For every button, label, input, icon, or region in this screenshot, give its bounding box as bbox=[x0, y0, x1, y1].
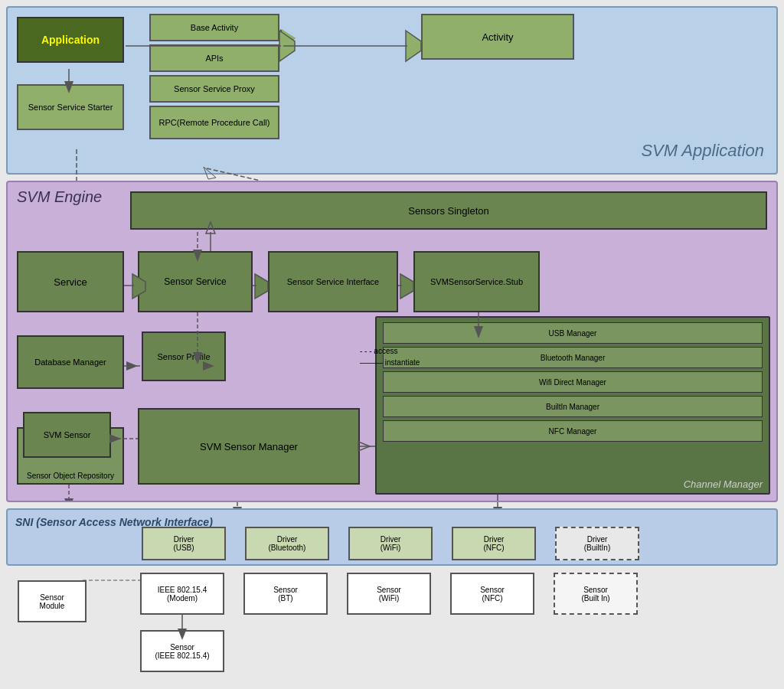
main-container: SVM Application Application Sensor Servi… bbox=[0, 0, 784, 689]
bluetooth-manager-label: Bluetooth Manager bbox=[541, 354, 606, 362]
sensor-ieee-label: Sensor(IEEE 802.15.4) bbox=[155, 643, 209, 660]
svm-engine-label: SVM Engine bbox=[17, 188, 102, 206]
driver-builtin-box: Driver(BuiltIn) bbox=[555, 527, 639, 560]
application-label: Application bbox=[41, 34, 100, 46]
sensor-object-repo-label: Sensor Object Repository bbox=[27, 472, 114, 480]
svm-sensor-label: SVM Sensor bbox=[44, 430, 91, 439]
sensor-service-starter-box: Sensor Service Starter bbox=[17, 84, 124, 130]
driver-nfc-label: Driver(NFC) bbox=[483, 535, 504, 552]
sensors-singleton-box: Sensors Singleton bbox=[130, 191, 767, 230]
driver-wifi-box: Driver(WiFi) bbox=[348, 527, 433, 560]
wifi-direct-manager-label: Wifi Direct Manager bbox=[539, 378, 606, 387]
apis-box: APIs bbox=[149, 44, 279, 72]
driver-builtin-label: Driver(BuiltIn) bbox=[584, 535, 610, 552]
svm-sensor-box: SVM Sensor bbox=[23, 412, 111, 458]
svm-engine-layer: SVM Engine Sensors Singleton Service Sen… bbox=[6, 181, 778, 502]
usb-manager-box: USB Manager bbox=[383, 322, 763, 344]
svm-sensor-manager-label: SVM Sensor Manager bbox=[200, 441, 298, 452]
sensor-bottom-area: SensorModule IEEE 802.15.4(Modem) Sensor… bbox=[6, 573, 778, 684]
driver-usb-box: Driver(USB) bbox=[142, 527, 226, 560]
database-manager-label: Database Manager bbox=[34, 358, 106, 367]
rpc-box: RPC(Remote Procedure Call) bbox=[149, 106, 279, 139]
sensor-module-label: SensorModule bbox=[40, 593, 65, 610]
sni-layer: SNI (Sensor Access Network Interface) Dr… bbox=[6, 508, 778, 566]
driver-usb-label: Driver(USB) bbox=[173, 535, 194, 552]
svg-marker-2 bbox=[406, 31, 421, 61]
sensor-bt-box: Sensor(BT) bbox=[243, 573, 328, 615]
driver-nfc-box: Driver(NFC) bbox=[452, 527, 536, 560]
svm-sensor-stub-box: SVMSensorService.Stub bbox=[413, 251, 540, 312]
svg-marker-7 bbox=[255, 274, 268, 299]
svm-sensor-manager-box: SVM Sensor Manager bbox=[138, 408, 360, 485]
base-activity-label: Base Activity bbox=[191, 23, 238, 32]
sensor-bt-label: Sensor(BT) bbox=[273, 586, 298, 602]
sensor-wifi-box: Sensor(WiFi) bbox=[347, 573, 431, 615]
legend: - - - access ——— instantiate bbox=[360, 347, 420, 367]
svm-application-layer: SVM Application Application Sensor Servi… bbox=[6, 6, 778, 175]
rpc-label: RPC(Remote Procedure Call) bbox=[159, 118, 270, 127]
ieee-modem-box: IEEE 802.15.4(Modem) bbox=[140, 573, 224, 615]
sensor-builtin-label: Sensor(Built In) bbox=[581, 586, 609, 602]
sensor-service-proxy-label: Sensor Service Proxy bbox=[174, 84, 255, 93]
sensor-service-label: Sensor Service bbox=[164, 276, 226, 287]
activity-label: Activity bbox=[482, 31, 513, 43]
nfc-manager-label: NFC Manager bbox=[549, 427, 597, 436]
sensor-ieee-box: Sensor(IEEE 802.15.4) bbox=[140, 630, 224, 672]
channel-manager-box: USB Manager Bluetooth Manager Wifi Direc… bbox=[375, 316, 770, 495]
svg-marker-22 bbox=[126, 361, 138, 371]
sensor-nfc-box: Sensor(NFC) bbox=[450, 573, 534, 615]
service-label: Service bbox=[54, 276, 87, 288]
arrow-tip-mid bbox=[282, 29, 296, 47]
activity-box: Activity bbox=[421, 14, 574, 60]
sensor-service-interface-box: Sensor Service Interface bbox=[268, 251, 398, 312]
database-manager-box: Database Manager bbox=[17, 335, 124, 389]
base-activity-box: Base Activity bbox=[149, 14, 279, 41]
driver-bluetooth-box: Driver(Bluetooth) bbox=[245, 527, 329, 560]
legend-solid: ——— instantiate bbox=[360, 358, 420, 367]
builtin-manager-label: BuiltIn Manager bbox=[546, 403, 599, 411]
ieee-modem-label: IEEE 802.15.4(Modem) bbox=[158, 586, 207, 602]
sensors-singleton-label: Sensors Singleton bbox=[408, 205, 489, 217]
bluetooth-manager-box: Bluetooth Manager bbox=[383, 347, 763, 368]
nfc-manager-box: NFC Manager bbox=[383, 420, 763, 442]
svg-marker-28 bbox=[64, 498, 74, 501]
svm-sensor-stub-label: SVMSensorService.Stub bbox=[430, 277, 523, 286]
sensor-builtin-box: Sensor(Built In) bbox=[554, 573, 638, 615]
mid-column: Base Activity APIs Sensor Service Proxy … bbox=[149, 14, 279, 142]
apis-label: APIs bbox=[205, 54, 223, 63]
sensor-profile-box: Sensor Profile bbox=[142, 331, 226, 381]
sensor-service-proxy-box: Sensor Service Proxy bbox=[149, 75, 279, 103]
driver-wifi-label: Driver(WiFi) bbox=[381, 535, 401, 552]
sensor-service-starter-label: Sensor Service Starter bbox=[28, 103, 113, 112]
svg-marker-8 bbox=[400, 274, 413, 299]
svm-application-label: SVM Application bbox=[641, 141, 764, 161]
legend-dashed: - - - access bbox=[360, 347, 420, 355]
svg-marker-24 bbox=[358, 442, 370, 451]
sensor-service-interface-label: Sensor Service Interface bbox=[287, 277, 379, 286]
sensor-profile-label: Sensor Profile bbox=[157, 352, 210, 361]
wifi-direct-manager-box: Wifi Direct Manager bbox=[383, 371, 763, 393]
sensor-nfc-label: Sensor(NFC) bbox=[480, 586, 505, 602]
driver-bluetooth-label: Driver(Bluetooth) bbox=[269, 535, 306, 552]
sensor-module-box: SensorModule bbox=[18, 580, 87, 622]
channel-manager-label: Channel Manager bbox=[684, 478, 763, 490]
builtin-manager-box: BuiltIn Manager bbox=[383, 396, 763, 417]
application-box: Application bbox=[17, 17, 124, 63]
sensor-wifi-label: Sensor(WiFi) bbox=[377, 586, 401, 602]
service-box: Service bbox=[17, 251, 124, 312]
usb-manager-label: USB Manager bbox=[549, 329, 597, 338]
sensor-service-box: Sensor Service bbox=[138, 251, 253, 312]
